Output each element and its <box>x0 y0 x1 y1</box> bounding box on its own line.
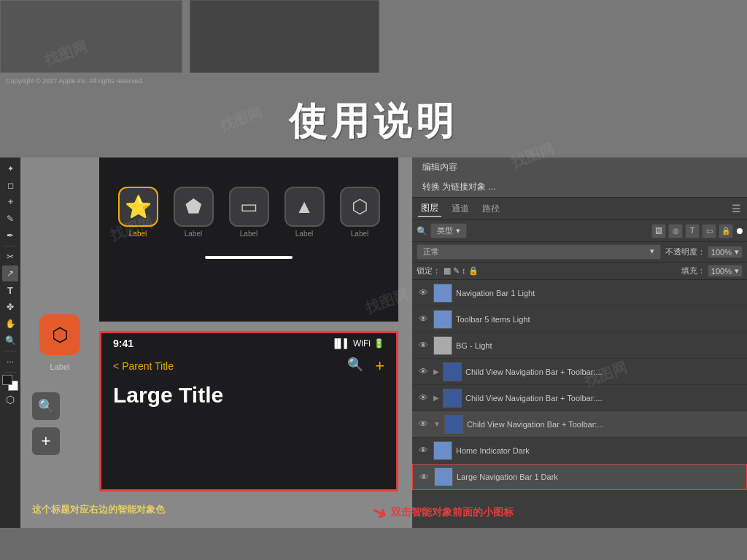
ps-tool-8[interactable]: ✤ <box>2 299 18 315</box>
lock-icon-3[interactable]: ↕ <box>462 266 466 276</box>
ps-toolbar: ✦ ◻ ⌖ ✎ ✒ ✂ ↗ T ✤ ✋ 🔍 ··· ⬡ <box>0 158 20 528</box>
layer-name: Toolbar 5 items Light <box>456 315 743 324</box>
eye-icon[interactable]: 👁 <box>417 314 430 324</box>
eye-icon[interactable]: 👁 <box>417 340 430 351</box>
layer-name: Navigation Bar 1 Light <box>456 289 743 298</box>
iphone-status-bar: 9:41 ▐▌▌ WiFi 🔋 <box>101 333 396 354</box>
context-menu: 编辑内容 转换 为链接对象 ... <box>412 158 747 198</box>
top-section: Copyright © 2017 Apple Inc. All rights r… <box>0 0 747 88</box>
filter-type-dropdown[interactable]: 类型 ▾ <box>430 223 467 238</box>
right-panel: 编辑内容 转换 为链接对象 ... 图层 通道 路径 ☰ 🔍 类型 ▾ 🖼 ◎ … <box>412 158 747 528</box>
layer-item[interactable]: 👁 Navigation Bar 1 Light <box>412 280 747 306</box>
ps-tool-3[interactable]: ⌖ <box>2 194 18 210</box>
layer-name: Large Navigation Bar 1 Dark <box>457 472 742 481</box>
thumb-2 <box>190 0 379 73</box>
collapse-arrow[interactable]: ▶ <box>433 394 439 402</box>
filter-icon-shape[interactable]: ▭ <box>702 224 716 238</box>
folder-thumb <box>444 415 463 434</box>
opacity-control: 不透明度： 100%▾ <box>665 246 743 258</box>
layers-menu-icon[interactable]: ☰ <box>732 203 741 214</box>
ios-icon-hex2: ⬡ Label <box>340 187 380 238</box>
eye-icon[interactable]: 👁 <box>417 366 430 377</box>
eye-icon[interactable]: 👁 <box>417 472 430 483</box>
layer-item[interactable]: 👁 ▶ Child View Navigation Bar + Toolbar:… <box>412 385 747 411</box>
main-content: ✦ ◻ ⌖ ✎ ✒ ✂ ↗ T ✤ ✋ 🔍 ··· ⬡ ⭐ Label <box>0 158 747 528</box>
eye-icon[interactable]: 👁 <box>417 419 430 429</box>
layer-name: Child View Navigation Bar + Toolbar:... <box>465 368 743 376</box>
context-menu-item-2[interactable]: 转换 为链接对象 ... <box>412 177 747 197</box>
layer-thumb <box>433 336 452 355</box>
layer-item[interactable]: 👁 ▶ Child View Navigation Bar + Toolbar:… <box>412 359 747 385</box>
filter-icon-adj[interactable]: ◎ <box>668 224 683 238</box>
nav-bar: < Parent Title 🔍 + <box>101 354 396 378</box>
ps-tool-6[interactable]: ✂ <box>2 249 18 265</box>
back-label: Parent Title <box>122 360 174 372</box>
page-title: 使用说明 <box>0 96 747 147</box>
bottom-annotation: 这个标题对应右边的智能对象色 <box>20 491 412 528</box>
ios-icon-square: ▭ Label <box>229 187 269 238</box>
filter-icon-text[interactable]: T <box>685 224 700 238</box>
collapse-arrow[interactable]: ▶ <box>433 368 439 376</box>
ps-divider-1 <box>4 246 16 246</box>
layer-item[interactable]: 👁 BG - Light <box>412 332 747 359</box>
layer-thumb <box>434 467 453 486</box>
ps-tool-7[interactable]: ↗ <box>2 265 18 281</box>
nav-back[interactable]: < Parent Title <box>113 360 174 372</box>
layer-name: Home Indicator Dark <box>456 446 743 455</box>
folder-thumb <box>443 362 462 381</box>
blend-row: 正常▾ 不透明度： 100%▾ <box>412 242 747 262</box>
layer-name: Child View Navigation Bar + Toolbar:... <box>465 394 743 402</box>
ps-tool-2[interactable]: ◻ <box>2 177 18 193</box>
layer-item[interactable]: 👁 Toolbar 5 items Light <box>412 306 747 332</box>
add-action-icon[interactable]: + <box>375 357 384 376</box>
ps-tool-hand[interactable]: ✋ <box>2 316 18 332</box>
ios-icon-tri: ▲ Label <box>285 187 325 238</box>
ps-tool-4[interactable]: ✎ <box>2 211 18 227</box>
eye-icon[interactable]: 👁 <box>417 392 430 403</box>
layer-item-active[interactable]: 👁 ▼ Child View Navigation Bar + Toolbar:… <box>412 411 747 438</box>
ios-icon-star: ⭐ Label <box>118 187 158 238</box>
annotation-text: 这个标题对应右边的智能对象色 <box>32 503 165 516</box>
eye-icon[interactable]: 👁 <box>417 445 430 456</box>
filter-row: 🔍 类型 ▾ 🖼 ◎ T ▭ 🔒 <box>412 220 747 242</box>
filter-icon-smart[interactable]: 🔒 <box>719 224 733 238</box>
lock-icons: ▦ ✎ ↕ 🔒 <box>444 266 479 276</box>
ps-tool-5[interactable]: ✒ <box>2 228 18 244</box>
tab-paths[interactable]: 路径 <box>479 201 503 217</box>
tab-channels[interactable]: 通道 <box>449 201 472 217</box>
ps-tool-circle[interactable]: ⬡ <box>2 392 18 408</box>
fill-input[interactable]: 100%▾ <box>708 265 743 277</box>
expand-arrow[interactable]: ▼ <box>433 420 441 428</box>
ios-toolbar-mockup: ⭐ Label ⬟ Label ▭ Label ▲ Label ⬡ Labe <box>99 158 398 322</box>
ps-tool-zoom[interactable]: 🔍 <box>2 332 18 349</box>
context-menu-item-1[interactable]: 编辑内容 <box>412 158 747 177</box>
lock-icon-2[interactable]: ✎ <box>453 266 460 276</box>
layers-list: 👁 Navigation Bar 1 Light 👁 Toolbar 5 ite… <box>412 280 747 528</box>
lock-icon-4[interactable]: 🔒 <box>468 266 479 276</box>
layer-item[interactable]: 👁 Home Indicator Dark <box>412 438 747 464</box>
ps-tool-T[interactable]: T <box>2 282 18 298</box>
eye-icon[interactable]: 👁 <box>417 287 430 298</box>
layer-item-highlighted[interactable]: 👁 Large Navigation Bar 1 Dark <box>412 464 747 490</box>
thumb-1 <box>0 0 182 73</box>
ps-tool-1[interactable]: ✦ <box>2 160 18 176</box>
folder-thumb <box>443 389 462 408</box>
ps-tool-more[interactable]: ··· <box>2 354 18 370</box>
tab-layers[interactable]: 图层 <box>418 201 441 217</box>
copyright: Copyright © 2017 Apple Inc. All rights r… <box>6 77 144 85</box>
strip-icon-main: ⬡ <box>39 314 80 355</box>
status-right-icons: ▐▌▌ WiFi 🔋 <box>331 338 384 349</box>
action-btn-search[interactable]: 🔍 <box>32 392 60 420</box>
layer-name: Child View Navigation Bar + Toolbar:... <box>467 420 743 429</box>
nav-actions: 🔍 + <box>347 357 384 376</box>
left-side-strip: ⬡ Label <box>20 158 99 528</box>
blend-mode-dropdown[interactable]: 正常▾ <box>417 244 661 260</box>
lock-icon-1[interactable]: ▦ <box>444 266 451 276</box>
search-filter-icon: 🔍 <box>417 226 427 236</box>
filter-icon-img[interactable]: 🖼 <box>651 224 666 238</box>
ps-foreground-bg[interactable] <box>2 375 18 391</box>
left-bottom-actions: 🔍 + <box>32 392 60 455</box>
opacity-input[interactable]: 100%▾ <box>708 246 743 258</box>
action-btn-add[interactable]: + <box>32 427 60 455</box>
search-action-icon[interactable]: 🔍 <box>347 357 363 376</box>
